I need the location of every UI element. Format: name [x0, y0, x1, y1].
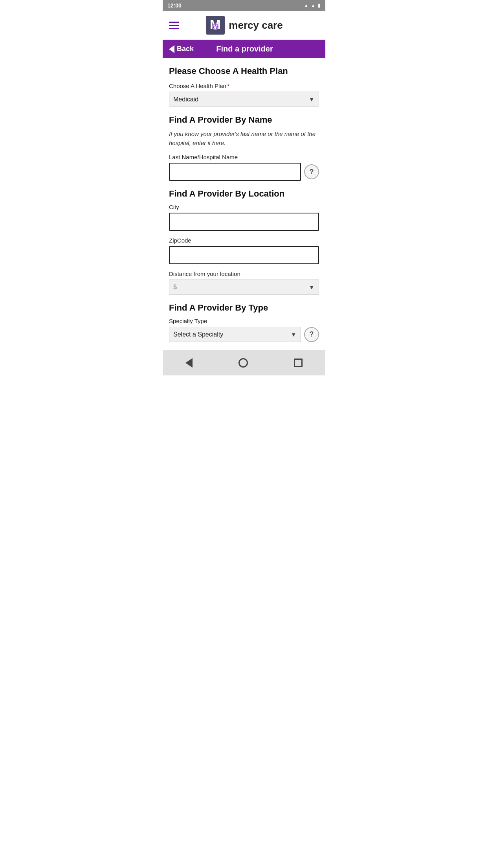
by-name-helper-text: If you know your provider's last name or…: [169, 130, 319, 147]
city-label: City: [169, 204, 319, 210]
health-plan-select[interactable]: Medicaid Medicare Long Term Care: [169, 92, 319, 107]
by-type-section-title: Find A Provider By Type: [169, 303, 319, 313]
distance-select[interactable]: 5 10 15 20 25: [169, 280, 319, 295]
app-header: M mercy care: [163, 11, 325, 40]
app-name: mercy care: [229, 19, 283, 31]
required-indicator: *: [227, 83, 229, 89]
mercy-logo-icon: M: [205, 15, 226, 35]
back-button[interactable]: Back: [169, 45, 194, 53]
health-plan-select-wrapper: Medicaid Medicare Long Term Care ▼: [169, 92, 319, 107]
navigation-bar: Back Find a provider: [163, 40, 325, 58]
hamburger-line-1: [169, 22, 179, 23]
zipcode-label: ZipCode: [169, 237, 319, 244]
distance-select-wrapper: 5 10 15 20 25 ▼: [169, 280, 319, 295]
hamburger-line-3: [169, 28, 179, 29]
nav-menu-button[interactable]: [291, 355, 306, 370]
bottom-navigation: [163, 350, 325, 375]
health-plan-section-title: Please Choose A Health Plan: [169, 66, 319, 76]
status-bar: 12:00 ▲ ▲ ▮: [163, 0, 325, 11]
back-label: Back: [177, 45, 194, 53]
nav-back-button[interactable]: [182, 355, 196, 371]
by-name-section-title: Find A Provider By Name: [169, 115, 319, 125]
hamburger-line-2: [169, 25, 179, 26]
battery-icon: ▮: [318, 3, 321, 8]
city-input[interactable]: [169, 213, 319, 231]
nav-home-button[interactable]: [235, 355, 251, 371]
last-name-input[interactable]: [169, 163, 301, 181]
app-logo: M mercy care: [205, 15, 283, 35]
specialty-select[interactable]: Select a Specialty Primary Care Cardiolo…: [169, 327, 301, 342]
specialty-row-partial: Select a Specialty Primary Care Cardiolo…: [169, 327, 319, 342]
app-name-care: care: [262, 19, 283, 31]
help-question-icon: ?: [310, 168, 314, 176]
specialty-help-button[interactable]: ?: [304, 327, 319, 342]
nav-home-icon: [238, 358, 248, 368]
last-name-help-button[interactable]: ?: [304, 164, 319, 179]
specialty-input-row: Select a Specialty Primary Care Cardiolo…: [169, 327, 319, 342]
main-content: Please Choose A Health Plan Choose A Hea…: [163, 58, 325, 350]
last-name-input-row: ?: [169, 163, 319, 181]
back-arrow-icon: [169, 45, 174, 53]
wifi-icon: ▲: [304, 3, 308, 8]
status-icons: ▲ ▲ ▮: [304, 3, 321, 8]
specialty-select-wrapper: Select a Specialty Primary Care Cardiolo…: [169, 327, 301, 342]
zipcode-input[interactable]: [169, 246, 319, 264]
health-plan-label: Choose A Health Plan*: [169, 83, 319, 89]
nav-back-icon: [185, 358, 193, 368]
page-title: Find a provider: [216, 44, 273, 53]
distance-label: Distance from your location: [169, 270, 319, 277]
signal-icon: ▲: [311, 3, 316, 8]
last-name-label: Last Name/Hospital Name: [169, 154, 319, 160]
by-location-section-title: Find A Provider By Location: [169, 189, 319, 199]
hamburger-menu-button[interactable]: [169, 22, 179, 29]
specialty-help-icon: ?: [310, 330, 314, 338]
specialty-label: Specialty Type: [169, 318, 319, 324]
status-time: 12:00: [167, 2, 182, 9]
app-name-mercy: mercy: [229, 19, 262, 31]
nav-menu-icon: [294, 359, 303, 367]
